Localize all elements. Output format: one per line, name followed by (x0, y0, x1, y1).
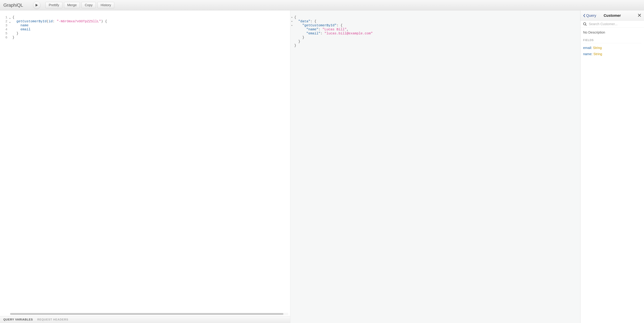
docs-body: No Description FIELDS email: Stringname:… (580, 27, 644, 61)
svg-point-0 (584, 23, 586, 25)
graphiql-logo: GraphiQL (3, 2, 23, 8)
history-button[interactable]: History (98, 2, 114, 8)
editor-bottom-tabs: QUERY VARIABLES REQUEST HEADERS (0, 316, 290, 323)
main: 1▼2▼3456 { getCustomerById(id: "-N6rOmxa… (0, 10, 644, 323)
tab-request-headers[interactable]: REQUEST HEADERS (37, 318, 68, 321)
merge-button[interactable]: Merge (64, 2, 80, 8)
docs-panel: Query Customer No Description FIELDS ema… (580, 10, 644, 323)
docs-header: Query Customer (580, 10, 644, 21)
docs-field[interactable]: name: String (583, 52, 641, 56)
docs-fields-list: email: Stringname: String (583, 46, 641, 56)
close-icon (638, 13, 641, 17)
chevron-left-icon (583, 14, 586, 17)
copy-button[interactable]: Copy (82, 2, 96, 8)
docs-field[interactable]: email: String (583, 46, 641, 50)
docs-search (580, 21, 644, 27)
prettify-button[interactable]: Prettify (46, 2, 62, 8)
topbar: GraphiQL Prettify Merge Copy History (0, 0, 644, 10)
docs-close-button[interactable] (638, 13, 641, 18)
editor-column: 1▼2▼3456 { getCustomerById(id: "-N6rOmxa… (0, 10, 290, 323)
docs-search-input[interactable] (589, 22, 641, 26)
result-fold-gutter: ▼▼▼ (290, 10, 294, 323)
search-icon (583, 22, 587, 26)
docs-description: No Description (583, 30, 641, 34)
result-column: ▼▼▼ { "data": { "getCustomerById": { "na… (290, 10, 580, 323)
docs-back-button[interactable]: Query (583, 13, 596, 18)
tab-query-variables[interactable]: QUERY VARIABLES (3, 318, 33, 321)
execute-button[interactable] (33, 1, 40, 9)
docs-fields-heading: FIELDS (583, 39, 641, 43)
query-editor[interactable]: 1▼2▼3456 { getCustomerById(id: "-N6rOmxa… (0, 10, 290, 313)
query-code[interactable]: { getCustomerById(id: "-N6rOmxa7vOOTpZZS… (8, 10, 290, 313)
line-gutter: 1▼2▼3456 (0, 10, 8, 313)
horizontal-scrollbar[interactable] (10, 313, 288, 315)
play-icon (36, 4, 38, 7)
result-viewer: { "data": { "getCustomerById": { "name":… (294, 10, 580, 323)
